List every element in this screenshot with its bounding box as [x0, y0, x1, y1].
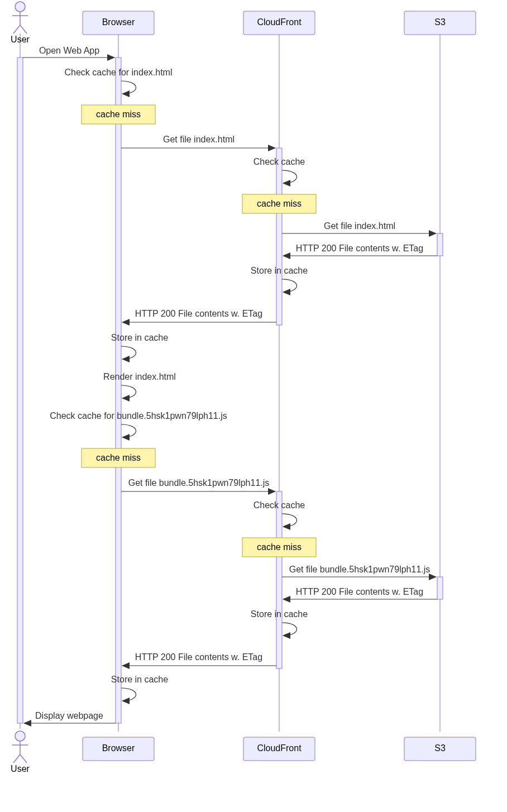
participant-browser-bottom: Browser: [83, 737, 154, 761]
participant-cloudfront-top: CloudFront: [243, 11, 315, 35]
svg-line-3: [13, 25, 20, 34]
participant-cloudfront-bottom: CloudFront: [243, 737, 315, 761]
activation-s3-1: [437, 233, 443, 256]
actor-user-label-bottom: User: [11, 764, 30, 773]
note-cache-miss-2-text: cache miss: [257, 199, 302, 208]
msg-check-cache-index: Check cache for index.html: [65, 68, 173, 77]
svg-line-21: [13, 754, 20, 763]
participant-cloudfront-label-top: CloudFront: [257, 17, 302, 27]
msg-cf-200-1: HTTP 200 File contents w. ETag: [135, 309, 262, 318]
actor-user-top: User: [11, 2, 30, 44]
activation-user: [17, 58, 23, 723]
participant-browser-label-top: Browser: [102, 17, 135, 27]
participant-s3-label-top: S3: [434, 17, 446, 27]
svg-point-0: [15, 2, 25, 12]
participant-browser-top: Browser: [83, 11, 154, 35]
msg-cf-check-cache-2: Check cache: [253, 500, 305, 510]
msg-cf-store-2: Store in cache: [251, 609, 308, 619]
msg-cf-check-cache-1: Check cache: [253, 157, 305, 166]
msg-get-bundle-cf: Get file bundle.5hsk1pwn79lph11.js: [128, 478, 270, 488]
msg-browser-store-2: Store in cache: [111, 675, 168, 684]
activation-cloudfront-2: [276, 491, 282, 668]
note-cache-miss-4-text: cache miss: [257, 542, 302, 552]
msg-get-index-s3: Get file index.html: [324, 221, 395, 231]
participant-browser-label-bottom: Browser: [102, 743, 135, 753]
msg-get-index-cf: Get file index.html: [163, 135, 235, 144]
activation-s3-2: [437, 577, 443, 599]
msg-display-webpage: Display webpage: [35, 711, 103, 720]
msg-s3-200-2: HTTP 200 File contents w. ETag: [296, 587, 423, 596]
svg-point-18: [15, 731, 25, 741]
participant-s3-top: S3: [404, 11, 476, 35]
svg-line-4: [20, 25, 27, 34]
sequence-diagram: User Browser CloudFront S3 Open Web App …: [0, 0, 507, 812]
participant-s3-bottom: S3: [404, 737, 476, 761]
msg-cf-200-2: HTTP 200 File contents w. ETag: [135, 652, 262, 662]
msg-s3-200-1: HTTP 200 File contents w. ETag: [296, 243, 423, 253]
note-cache-miss-1-text: cache miss: [96, 109, 141, 119]
activation-browser: [116, 58, 121, 723]
svg-line-22: [20, 754, 27, 763]
msg-get-bundle-s3: Get file bundle.5hsk1pwn79lph11.js: [289, 565, 431, 574]
msg-check-cache-bundle: Check cache for bundle.5hsk1pwn79lph11.j…: [50, 411, 227, 421]
msg-render-index: Render index.html: [103, 372, 176, 381]
participant-s3-label-bottom: S3: [434, 743, 446, 753]
actor-user-bottom: User: [11, 731, 30, 773]
actor-user-label-top: User: [11, 35, 30, 44]
activation-cloudfront-1: [276, 148, 282, 325]
note-cache-miss-3-text: cache miss: [96, 453, 141, 462]
participant-cloudfront-label-bottom: CloudFront: [257, 743, 302, 753]
msg-cf-store-1: Store in cache: [251, 266, 308, 275]
msg-browser-store-1: Store in cache: [111, 333, 168, 342]
msg-open-web-app: Open Web App: [39, 46, 99, 55]
